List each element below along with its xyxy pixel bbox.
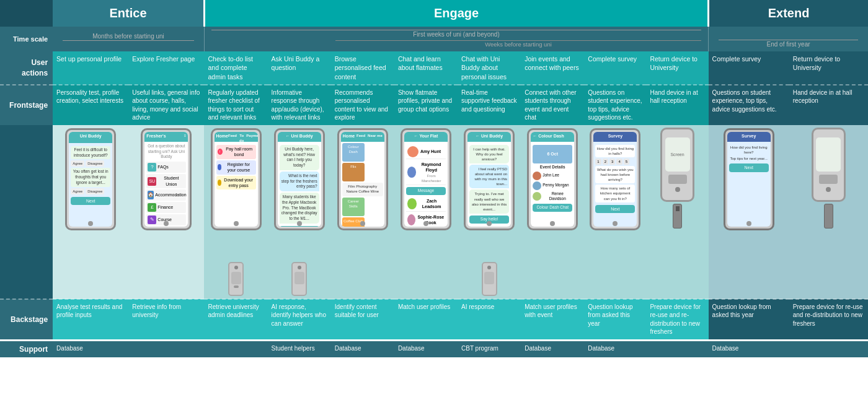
fs-text-5: Show flatmate profiles, private and grou… [398,89,452,113]
phone-4: HomeFeedNear me Colour Dash Flix Film Ph… [337,128,388,230]
fs-7: Connect with other students through even… [521,85,584,125]
fs-4: Recommends personalised content to view … [331,85,394,125]
phone-1: Fresher's≡ Got a question about starting… [141,128,192,230]
device-cell-4: HomeFeedNear me Colour Dash Flix Film Ph… [331,125,394,299]
device-cell-1: Fresher's≡ Got a question about starting… [128,125,204,299]
bs-2: Retrieve university admin deadlines [204,299,267,339]
bs-text-1: Retrieve info from university [132,303,181,319]
timescale-extend: End of first year [709,27,868,51]
bs-3: AI response, identify helpers who can an… [268,299,331,339]
bs-9: Prepare device for re-use and re-distrib… [646,299,708,339]
sup-0: Database [53,341,128,357]
fs-2: Regularly updated fresher checklist of t… [204,85,267,125]
fs-text-3: Informative response through app/audio (… [272,89,324,121]
ua-text-4: Browse personalised feed content [335,55,386,80]
ua-text-7: Join events and connect with peers [525,55,579,71]
fs-text-8: Questions on student experience, top tip… [588,89,642,121]
phone-8: Survey How did you find living in halls?… [590,128,640,230]
bs-text-7: Match user profiles with event [525,303,577,319]
months-label: Months before starting uni [63,32,194,41]
fs-text-10: Questions on student experience, top tip… [712,89,777,113]
fs-11: Hand device in at hall reception [789,85,868,125]
sup-4: Database [331,341,394,357]
fs-text-11: Hand device in at hall reception [793,89,852,105]
bs-text-4: Identify content suitable for user [335,303,379,319]
device-cell-7: ← Colour Dash 6 Oct Event Details John L… [521,125,584,299]
fs-0: Personality test, profile creation, sele… [53,85,128,125]
device-cell-8: Survey How did you find living in halls?… [584,125,646,299]
sup-text-6: CBT program [461,345,498,352]
bs-text-2: Retrieve university admin deadlines [208,303,259,319]
sup-text-8: Database [588,345,614,352]
bs-text-8: Question lookup from asked this year [588,303,632,327]
ua-10: Complete survey [709,51,789,85]
bs-5: Match user profiles [394,299,458,339]
phase-engage-header: Engage [204,0,708,27]
device-cell-0: Uni Buddy Feel it is difficult to introd… [53,125,128,299]
fs-8: Questions on student experience, top tip… [584,85,646,125]
ua-text-10: Complete survey [712,55,761,63]
ua-text-0: Set up personal profile [56,55,122,63]
sup-text-10: Database [712,345,739,352]
bs-8: Question lookup from asked this year [584,299,646,339]
bs-0: Analyse test results and profile inputs [53,299,128,339]
ua-text-1: Explore Fresher page [132,55,195,63]
sup-1 [128,341,204,357]
bs-text-6: AI response [461,303,494,310]
ua-4: Browse personalised feed content [331,51,394,85]
ua-11: Return device to University [789,51,868,85]
timescale-engage: First weeks of uni (and beyond) Weeks be… [204,27,708,51]
ua-text-11: Return device to University [793,55,840,71]
ua-9: Return device to University [646,51,708,85]
backstage-label: Backstage [0,299,53,339]
ua-text-2: Check to-do list and complete admin task… [208,55,252,80]
weeks-label: Weeks before starting uni [335,41,701,49]
device-cell-extend-0: Survey How did you find living here? Top… [709,125,789,299]
ua-8: Complete survey [584,51,646,85]
fs-text-6: Real-time supportive feedback and questi… [461,89,517,113]
bs-6: AI response [458,299,521,339]
sup-3: Student helpers [268,341,331,357]
ua-5: Chat and learn about flatmates [394,51,458,85]
device-cell-extend-1 [789,125,868,299]
sup-10: Database [709,341,789,357]
device-cell-5: ← Your Flat Amy Hunt [394,125,458,299]
fs-1: Useful links, general info about course,… [128,85,204,125]
ua-text-5: Chat and learn about flatmates [398,55,443,71]
ua-1: Explore Fresher page [128,51,204,85]
sup-text-0: Database [56,345,83,352]
ua-text-8: Complete survey [588,55,637,63]
fs-text-2: Regularly updated fresher checklist of t… [208,89,259,121]
sup-7: Database [521,341,584,357]
phone-extend-0: Survey How did you find living here? Top… [724,128,774,230]
phone-7: ← Colour Dash 6 Oct Event Details John L… [527,128,578,230]
bs-text-3: AI response, identify helpers who can an… [272,303,326,327]
ua-text-6: Chat with Uni Buddy about personal issue… [461,55,507,80]
fs-6: Real-time supportive feedback and questi… [458,85,521,125]
ua-3: Ask Uni Buddy a question [268,51,331,85]
ua-7: Join events and connect with peers [521,51,584,85]
device-cell-2: Home FeedTo doPayment ! Pay hall room bo… [204,125,267,299]
fs-text-1: Useful links, general info about course,… [132,89,200,121]
sup-9 [646,341,708,357]
sup-text-3: Student helpers [272,345,315,352]
sup-text-4: Database [335,345,361,352]
frontstage-label: Frontstage [0,85,53,125]
sup-6: CBT program [458,341,521,357]
bs-text-10: Question lookup from asked this year [712,303,771,319]
support-label: Support [0,341,53,357]
bs-text-9: Prepare device for re-use and re-distrib… [650,303,701,336]
timescale-months: Months before starting uni [53,27,204,51]
device-cell-9: Screen [646,125,708,299]
bs-text-0: Analyse test results and profile inputs [56,303,122,319]
bs-text-11: Prepare device for re-use and re-distrib… [793,303,863,327]
timescale-label: Time scale [0,27,53,51]
sup-5: Database [394,341,458,357]
sup-text-7: Database [525,345,551,352]
phone-3: ← Uni Buddy Uni Buddy here, what's next?… [274,128,325,230]
firstweeks-label: First weeks of uni (and beyond) [211,30,701,39]
fs-text-9: Hand device in at hall reception [650,89,698,105]
sup-text-5: Database [398,345,425,352]
bs-10: Question lookup from asked this year [709,299,789,339]
phase-extend-header: Extend [709,0,868,27]
